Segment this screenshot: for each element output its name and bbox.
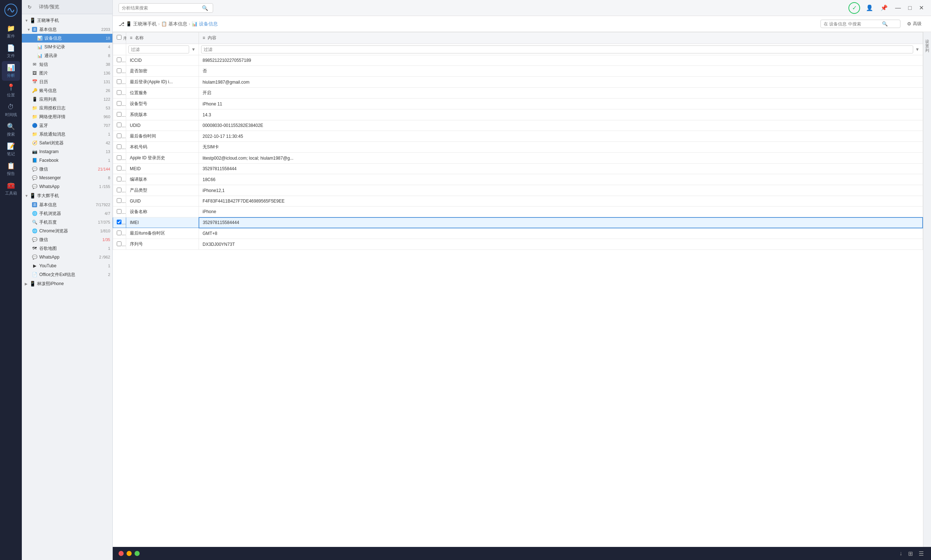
tree-node-instagram[interactable]: 📷 Instagram 13 [22, 147, 112, 156]
row-checkbox-18[interactable] [117, 242, 122, 246]
cell-content-17[interactable]: GMT+8 [199, 228, 923, 239]
col-header-content[interactable]: ≡ 内容 [199, 32, 923, 44]
breadcrumb-current[interactable]: 📊 设备信息 [192, 21, 218, 27]
sidebar-item-analysis[interactable]: 📊分析 [2, 61, 20, 81]
cell-content-11[interactable]: 35297811558444 [199, 164, 923, 174]
tree-node-safari[interactable]: 🧭 Safari浏览器 42 [22, 138, 112, 147]
tree-node-li_chrome[interactable]: 🌐 Chrome浏览器 1/810 [22, 226, 112, 235]
row-checkbox-10[interactable] [117, 155, 122, 160]
settings-column-btn2[interactable]: 置 [924, 39, 931, 42]
tree-node-photos[interactable]: 🖼 图片 136 [22, 69, 112, 77]
sidebar-item-tools[interactable]: 🧰工具箱 [2, 179, 20, 198]
refresh-button[interactable]: ↻ [25, 4, 34, 11]
tree-node-basic_info[interactable]: ▼ 基 基本信息 2203 [22, 25, 112, 34]
cell-content-4[interactable]: 开启 [199, 88, 923, 98]
row-checkbox-9[interactable] [117, 145, 122, 149]
tree-node-network[interactable]: 📁 网络使用详情 960 [22, 112, 112, 121]
tree-node-sys_notify[interactable]: 📁 系统通知消息 1 [22, 130, 112, 138]
tree-node-li_wechat[interactable]: 💬 微信 1/35 [22, 235, 112, 244]
table-row[interactable]: 15 设备名称 iPhone [113, 206, 923, 217]
table-row[interactable]: 14 GUID F4F83F4411B427F7DE46989565F5E9EE [113, 196, 923, 206]
cell-content-5[interactable]: iPhone 11 [199, 98, 923, 109]
table-row[interactable]: 6 系统版本 14.3 [113, 109, 923, 120]
row-checkbox-7[interactable] [117, 123, 122, 127]
table-row[interactable]: 3 最后登录(Apple ID) i... hiulam1987@gmail.c… [113, 77, 923, 88]
row-checkbox-1[interactable] [117, 57, 122, 62]
col-header-name[interactable]: ≡ 名称 [126, 32, 199, 44]
close-button[interactable]: ✕ [917, 3, 925, 13]
cell-content-6[interactable]: 14.3 [199, 109, 923, 120]
cell-content-12[interactable]: 18C66 [199, 174, 923, 185]
sidebar-item-reports[interactable]: 📋报告 [2, 159, 20, 179]
table-row[interactable]: 5 设备型号 iPhone 11 [113, 98, 923, 109]
table-row[interactable]: 13 产品类型 iPhone12,1 [113, 185, 923, 196]
tree-node-calendar[interactable]: 📅 日历 131 [22, 77, 112, 86]
tree-node-whatsapp[interactable]: 💬 WhatsApp 1 /155 [22, 182, 112, 191]
tree-node-li_office[interactable]: 📄 Office文件Exif信息 2 [22, 270, 112, 279]
tree-node-li_browser[interactable]: 🌐 手机浏览器 4/7 [22, 209, 112, 218]
breadcrumb-device[interactable]: 📱 王晓琳手机 [126, 21, 157, 27]
tree-node-sim_records[interactable]: 📊 SIM卡记录 4 [22, 43, 112, 51]
settings-column-btn3[interactable]: 列 [924, 44, 931, 46]
minimize-button[interactable]: — [894, 3, 902, 13]
tree-node-bluetooth[interactable]: 🔵 蓝牙 707 [22, 121, 112, 130]
user-icon[interactable]: 👤 [865, 3, 875, 13]
tree-node-li_maps[interactable]: 🗺 谷歌地图 1 [22, 244, 112, 253]
row-checkbox-4[interactable] [117, 90, 122, 95]
cell-content-15[interactable]: iPhone [199, 206, 923, 217]
cell-content-10[interactable]: litestp002@icloud.com; local; hiulam1987… [199, 153, 923, 164]
row-checkbox-6[interactable] [117, 112, 122, 117]
cell-content-1[interactable]: 89852122102270557189 [199, 55, 923, 66]
table-row[interactable]: 4 位置服务 开启 [113, 88, 923, 98]
cell-content-7[interactable]: 00008030-001155282E38402E [199, 120, 923, 131]
details-button[interactable]: 详情/预览 [37, 3, 62, 11]
table-row[interactable]: 11 MEID 35297811558444 [113, 164, 923, 174]
bottom-action-3[interactable]: ☰ [917, 549, 925, 558]
tree-node-call_log[interactable]: 📊 通讯录 8 [22, 51, 112, 60]
tree-device-lin[interactable]: ▶ 📱 林泼熙iPhone [22, 279, 112, 288]
filter-content-input[interactable] [201, 45, 913, 54]
sidebar-item-notes[interactable]: 📝笔记 [2, 140, 20, 159]
sidebar-item-location[interactable]: 📍位置 [2, 81, 20, 100]
table-row[interactable]: 2 是否加密 否 [113, 66, 923, 77]
dot-red[interactable] [118, 551, 124, 556]
advanced-button[interactable]: ⚙ 高级 [903, 19, 925, 28]
tree-node-accounts[interactable]: 🔑 账号信息 26 [22, 86, 112, 95]
tree-node-facebook[interactable]: 📘 Facebook 1 [22, 156, 112, 165]
row-checkbox-12[interactable] [117, 177, 122, 182]
tree-node-apps[interactable]: 📱 应用列表 122 [22, 95, 112, 104]
row-checkbox-16[interactable] [117, 220, 122, 225]
breadcrumb-section[interactable]: 📋 基本信息 [161, 21, 187, 27]
cell-content-8[interactable]: 2022-10-17 11:30:45 [199, 131, 923, 142]
sidebar-item-search[interactable]: 🔍搜索 [2, 120, 20, 140]
cell-content-14[interactable]: F4F83F4411B427F7DE46989565F5E9EE [199, 196, 923, 206]
row-checkbox-15[interactable] [117, 209, 122, 214]
settings-column-btn[interactable]: 设 [924, 35, 931, 38]
row-checkbox-17[interactable] [117, 231, 122, 235]
sidebar-item-cases[interactable]: 📁案件 [2, 22, 20, 42]
tree-node-app_logs[interactable]: 📁 应用授权日志 53 [22, 104, 112, 112]
table-row[interactable]: 8 最后备份时间 2022-10-17 11:30:45 [113, 131, 923, 142]
table-row[interactable]: 17 最后ituns备份时区 GMT+8 [113, 228, 923, 239]
cell-content-13[interactable]: iPhone12,1 [199, 185, 923, 196]
table-row[interactable]: 18 序列号 DX3DJ00YN73T [113, 239, 923, 250]
table-row[interactable]: 9 本机号码 无SIM卡 [113, 142, 923, 153]
row-checkbox-14[interactable] [117, 198, 122, 203]
tree-device-wang[interactable]: ▼ 📱 王晓琳手机 [22, 15, 112, 25]
tree-node-device_info[interactable]: 📊 设备信息 18 [22, 34, 112, 43]
status-button[interactable]: ✓ [848, 2, 860, 14]
tree-node-messages[interactable]: ✉ 短信 38 [22, 60, 112, 69]
filter-name-btn[interactable]: ▼ [191, 46, 196, 53]
cell-content-3[interactable]: hiulam1987@gmail.com [199, 77, 923, 88]
dot-yellow[interactable] [126, 551, 132, 556]
tree-node-messenger[interactable]: 💬 Messenger 8 [22, 174, 112, 182]
search-input[interactable] [122, 5, 202, 11]
cell-content-16[interactable]: 352978115584444 [199, 217, 923, 228]
row-checkbox-2[interactable] [117, 68, 122, 73]
maximize-button[interactable]: □ [906, 3, 913, 13]
row-checkbox-5[interactable] [117, 101, 122, 106]
row-checkbox-13[interactable] [117, 188, 122, 192]
cell-content-2[interactable]: 否 [199, 66, 923, 77]
table-row[interactable]: 16 IMEI 352978115584444 [113, 217, 923, 228]
tree-node-li_youtube[interactable]: ▶ YouTube 1 [22, 262, 112, 270]
